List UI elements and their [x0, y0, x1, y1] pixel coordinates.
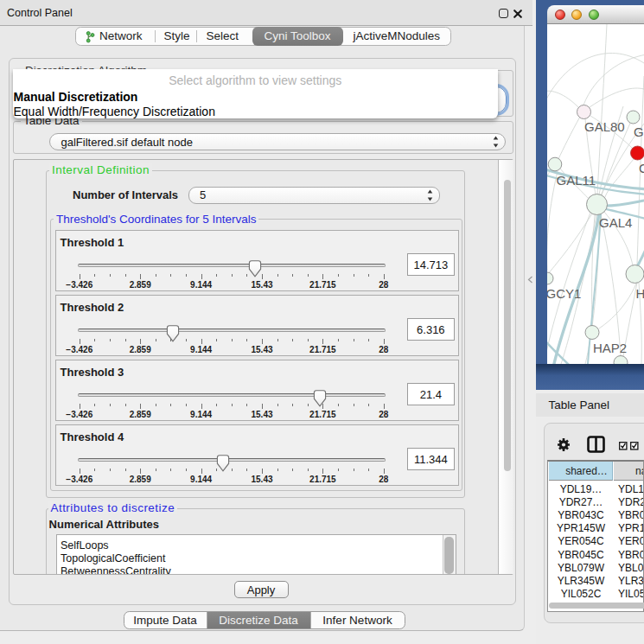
- svg-text:GCY1: GCY1: [547, 286, 581, 301]
- svg-text:H: H: [635, 286, 644, 301]
- svg-text:GAL11: GAL11: [556, 173, 596, 188]
- svg-text:C: C: [639, 161, 644, 175]
- svg-text:GAL4: GAL4: [599, 215, 632, 230]
- svg-text:HAP2: HAP2: [593, 341, 627, 355]
- svg-text:G.: G.: [634, 124, 644, 139]
- svg-text:GAL80: GAL80: [584, 119, 625, 134]
